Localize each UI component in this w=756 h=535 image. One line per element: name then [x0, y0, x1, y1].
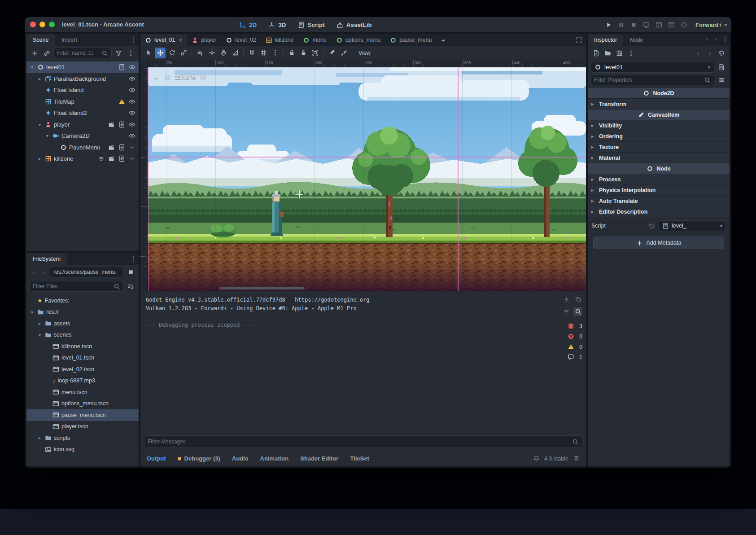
class-header-node2d[interactable]: Node2D — [588, 88, 730, 99]
eye-icon[interactable] — [128, 109, 136, 117]
close-tab-icon[interactable]: × — [179, 37, 183, 44]
scale-tool-button[interactable] — [178, 48, 189, 58]
save-log-button[interactable] — [562, 295, 571, 304]
sort-files-button[interactable] — [125, 281, 136, 292]
play-button[interactable] — [603, 19, 614, 30]
class-header-canvasitem[interactable]: CanvasItem — [588, 110, 730, 120]
instance-scene-button[interactable] — [41, 48, 52, 58]
eye-icon[interactable] — [128, 75, 136, 83]
tab-scene[interactable]: Scene — [26, 34, 55, 46]
errbang-badge[interactable]: 3 — [559, 323, 582, 329]
expand-arrow-icon[interactable]: ▸ — [37, 321, 43, 326]
movie-icon[interactable] — [107, 143, 115, 151]
file-assets[interactable]: ▸assets — [26, 318, 139, 329]
add-node-button[interactable] — [29, 48, 40, 58]
scene-node-level01[interactable]: ▾level01 — [26, 61, 139, 73]
revert-script-button[interactable] — [647, 221, 656, 230]
file-loop-6887-mp3[interactable]: ♪loop-6887.mp3 — [26, 375, 139, 387]
filesystem-menu-button[interactable] — [128, 253, 139, 264]
copy-log-button[interactable] — [573, 295, 582, 304]
group-visibility[interactable]: ▸Visibility — [588, 120, 730, 131]
collapse-messages-button[interactable] — [562, 307, 571, 316]
scene-tab-level-02[interactable]: level_02 — [221, 34, 261, 46]
group-physics-interpolation[interactable]: ▸Physics Interpolation — [588, 185, 730, 196]
movie-icon[interactable] — [107, 120, 115, 128]
playscene-button[interactable] — [653, 19, 664, 30]
move-tool-button[interactable] — [155, 48, 166, 58]
tab-inspector[interactable]: Inspector — [588, 34, 623, 46]
resource-menu-button[interactable] — [625, 48, 636, 58]
script-icon[interactable] — [118, 63, 126, 71]
scene-tab-menu[interactable]: menu — [298, 34, 331, 46]
errx-badge[interactable]: 0 — [559, 333, 582, 340]
tab-node[interactable]: Node — [623, 34, 649, 46]
remote-button[interactable] — [641, 19, 651, 30]
new-scene-tab-button[interactable]: + — [437, 34, 450, 46]
moviemode-button[interactable] — [678, 19, 689, 30]
stop-button[interactable] — [628, 19, 639, 30]
scene-tab-pause-menu[interactable]: pause_menu — [385, 34, 437, 46]
mode-2d-button[interactable]: 2D — [239, 22, 257, 28]
group-editor-description[interactable]: ▸Editor Description — [588, 206, 730, 217]
chevdown-icon[interactable] — [128, 155, 136, 163]
file-player-tscn[interactable]: player.tscn — [26, 421, 139, 433]
output-console[interactable]: Godot Engine v4.3.stable.official.77dcf9… — [140, 291, 558, 434]
distraction-free-button[interactable] — [573, 35, 584, 45]
file-options-menu-tscn[interactable]: options_menu.tscn — [26, 398, 139, 410]
tab-filesystem[interactable]: FileSystem — [26, 253, 67, 265]
bone-tool-button[interactable] — [326, 48, 337, 58]
script-value-select[interactable]: level_ ▾ — [659, 220, 726, 231]
file-filter-input[interactable] — [29, 281, 124, 292]
notifications-bell-icon[interactable] — [533, 455, 540, 462]
expand-arrow-icon[interactable]: ▸ — [37, 156, 43, 161]
tab-import[interactable]: Import — [55, 34, 83, 46]
collapse-arrow-icon[interactable]: ▾ — [44, 133, 50, 138]
group-texture[interactable]: ▸Texture — [588, 142, 730, 153]
infobadge-badge[interactable]: 1 — [559, 354, 582, 360]
scene-node-float-island[interactable]: Float island — [26, 84, 139, 96]
scene-node-camera2d[interactable]: ▾Camera2D — [26, 130, 139, 142]
playcustom-button[interactable] — [666, 19, 677, 30]
mode-assetlib-button[interactable]: AssetLib — [336, 22, 372, 28]
collapse-arrow-icon[interactable]: ▾ — [37, 122, 43, 127]
file-icon-svg[interactable]: icon.svg — [26, 444, 139, 456]
history-back-button[interactable]: ‹ — [693, 48, 704, 58]
chevdown-icon[interactable] — [128, 143, 136, 151]
inspector-menu-button[interactable] — [721, 34, 730, 43]
load-resource-button[interactable] — [602, 48, 613, 58]
save-resource-button[interactable] — [614, 48, 625, 58]
object-history-button[interactable] — [716, 48, 727, 58]
mode-script-button[interactable]: Script — [298, 22, 325, 28]
warning-icon[interactable] — [118, 97, 126, 105]
scene-panel-menu-button[interactable] — [128, 34, 139, 45]
eye-icon[interactable] — [128, 63, 136, 71]
group-ordering[interactable]: ▸Ordering — [588, 131, 730, 142]
file-pause-menu-tscn[interactable]: pause_menu.tscn — [26, 409, 139, 421]
scene-node-tilemap[interactable]: TileMap — [26, 96, 139, 108]
property-tools-button[interactable] — [716, 75, 727, 85]
pan-tool-button[interactable] — [218, 48, 229, 58]
message-filter-input[interactable] — [144, 435, 582, 448]
scene-filter-input[interactable] — [53, 48, 112, 58]
file-favorites[interactable]: ★Favorites: — [26, 295, 139, 307]
scene-node-player[interactable]: ▾player — [26, 119, 139, 131]
bottom-tab-output[interactable]: Output — [147, 455, 166, 462]
warnbadge-badge[interactable]: 0 — [559, 343, 582, 350]
scene-node-killzone[interactable]: ▸killzone — [26, 153, 139, 165]
path-field[interactable] — [53, 269, 120, 275]
listselect-tool-button[interactable] — [195, 48, 205, 58]
unlock-tool-button[interactable] — [298, 48, 309, 58]
dock-forward-icon[interactable]: › — [712, 34, 721, 43]
eye-icon[interactable] — [128, 86, 136, 94]
toggle-split-mode-button[interactable] — [125, 267, 136, 277]
scene-tab-level-01[interactable]: level_01× — [140, 34, 187, 46]
canvas-hscrollbar[interactable] — [219, 287, 305, 289]
file-scenes[interactable]: ▾scenes — [26, 329, 139, 341]
scene-tab-killzone[interactable]: killzone — [261, 34, 299, 46]
eye-icon[interactable] — [128, 97, 136, 105]
group-transform[interactable]: ▸Transform — [588, 99, 730, 110]
eye-icon[interactable] — [128, 132, 136, 140]
file-filter-field[interactable] — [33, 283, 111, 289]
file-killzone-tscn[interactable]: killzone.tscn — [26, 341, 139, 352]
view-menu-button[interactable]: View — [354, 49, 375, 57]
